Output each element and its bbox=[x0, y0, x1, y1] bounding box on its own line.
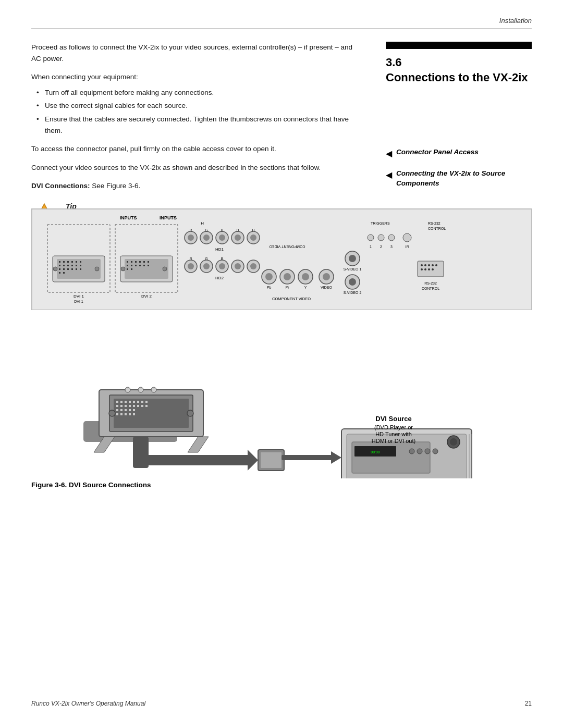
svg-point-66 bbox=[250, 235, 256, 241]
svg-point-57 bbox=[203, 235, 210, 241]
arrow-icon-2: ◀ bbox=[386, 170, 392, 180]
svg-rect-19 bbox=[80, 265, 81, 266]
svg-rect-45 bbox=[143, 265, 145, 266]
svg-point-119 bbox=[421, 268, 423, 270]
section-heading: 3.6 Connections to the VX-2ix bbox=[386, 55, 532, 85]
svg-text:TRIGGERS: TRIGGERS bbox=[371, 221, 390, 225]
svg-text:G: G bbox=[205, 228, 207, 232]
svg-text:Pb: Pb bbox=[267, 286, 272, 289]
svg-rect-148 bbox=[125, 409, 127, 411]
svg-point-175 bbox=[433, 449, 438, 454]
svg-point-105 bbox=[378, 235, 384, 241]
svg-point-63 bbox=[235, 235, 241, 241]
svg-rect-138 bbox=[116, 405, 118, 407]
header-section-label: Installation bbox=[499, 17, 532, 24]
svg-point-84 bbox=[265, 273, 273, 280]
svg-text:CONTROL: CONTROL bbox=[422, 287, 439, 290]
intro-paragraph: Proceed as follows to connect the VX-2ix… bbox=[31, 42, 354, 64]
svg-text:HD1: HD1 bbox=[215, 247, 224, 252]
svg-marker-159 bbox=[188, 437, 209, 452]
dvi-connection-diagram: 00:00 DVI Source (DVD Player or bbox=[31, 317, 532, 478]
svg-rect-46 bbox=[148, 265, 149, 266]
svg-rect-135 bbox=[137, 401, 139, 403]
right-sidebar: 3.6 Connections to the VX-2ix ◀ Connecto… bbox=[386, 42, 532, 199]
svg-rect-141 bbox=[129, 405, 131, 407]
svg-rect-40 bbox=[148, 261, 149, 263]
svg-rect-26 bbox=[59, 272, 60, 274]
bullet-item-2: Use the correct signal cables for each s… bbox=[36, 100, 354, 112]
svg-point-186 bbox=[138, 387, 143, 392]
svg-text:DVI 1: DVI 1 bbox=[74, 294, 84, 299]
page-container: Installation Proceed as follows to conne… bbox=[0, 0, 563, 728]
svg-point-81 bbox=[250, 263, 256, 269]
svg-text:2: 2 bbox=[380, 245, 382, 249]
svg-text:DVI Source: DVI Source bbox=[375, 415, 411, 423]
svg-point-117 bbox=[432, 264, 434, 266]
svg-text:G: G bbox=[205, 257, 207, 261]
svg-text:DVI 1: DVI 1 bbox=[74, 300, 83, 303]
svg-point-100 bbox=[349, 278, 356, 286]
svg-rect-48 bbox=[131, 268, 132, 270]
svg-point-172 bbox=[409, 449, 414, 454]
svg-point-76 bbox=[219, 263, 225, 269]
svg-point-178 bbox=[450, 438, 457, 446]
section-title: Connections to the VX-2ix bbox=[386, 71, 528, 84]
svg-rect-43 bbox=[135, 265, 137, 266]
svg-rect-47 bbox=[127, 268, 128, 270]
svg-rect-18 bbox=[76, 265, 77, 266]
svg-point-103 bbox=[368, 235, 374, 241]
svg-text:COMPONENT VIDEO: COMPONENT VIDEO bbox=[272, 297, 311, 301]
svg-text:IR: IR bbox=[406, 245, 409, 249]
svg-rect-24 bbox=[76, 268, 77, 270]
svg-point-120 bbox=[424, 268, 426, 270]
svg-rect-8 bbox=[59, 261, 60, 263]
sidebar-label-connecting-vx: Connecting the VX-2ix to Source Componen… bbox=[396, 169, 532, 189]
svg-rect-147 bbox=[120, 409, 123, 411]
figure-caption: Figure 3-6. DVI Source Connections bbox=[31, 481, 532, 489]
svg-point-174 bbox=[425, 449, 430, 454]
svg-rect-42 bbox=[131, 265, 132, 266]
svg-text:COMPONENT VIDEO: COMPONENT VIDEO bbox=[269, 245, 305, 249]
svg-point-90 bbox=[302, 273, 309, 280]
svg-rect-145 bbox=[145, 405, 148, 407]
svg-point-60 bbox=[219, 235, 225, 241]
svg-rect-21 bbox=[63, 268, 65, 270]
svg-rect-27 bbox=[63, 272, 65, 274]
svg-point-73 bbox=[203, 263, 210, 269]
svg-text:S-VIDEO 2: S-VIDEO 2 bbox=[344, 291, 362, 294]
sidebar-nav-connecting-vx[interactable]: ◀ Connecting the VX-2ix to Source Compon… bbox=[386, 169, 532, 189]
svg-point-109 bbox=[403, 233, 411, 242]
svg-rect-143 bbox=[137, 405, 139, 407]
svg-rect-22 bbox=[67, 268, 69, 270]
svg-text:00:00: 00:00 bbox=[371, 450, 380, 454]
svg-rect-44 bbox=[139, 265, 141, 266]
svg-text:H: H bbox=[201, 221, 204, 226]
bullet-item-1: Turn off all equipment before making any… bbox=[36, 87, 354, 98]
svg-point-156 bbox=[109, 410, 115, 416]
svg-text:R: R bbox=[189, 228, 192, 232]
svg-point-79 bbox=[235, 263, 241, 269]
svg-rect-164 bbox=[261, 452, 282, 468]
svg-rect-137 bbox=[145, 401, 148, 403]
svg-point-121 bbox=[428, 268, 430, 270]
svg-rect-13 bbox=[80, 261, 81, 263]
sidebar-label-connector-panel: Connector Panel Access bbox=[396, 147, 479, 157]
svg-rect-15 bbox=[63, 265, 65, 266]
svg-rect-151 bbox=[116, 413, 118, 415]
svg-rect-12 bbox=[76, 261, 77, 263]
svg-point-114 bbox=[421, 264, 423, 266]
svg-text:B: B bbox=[221, 257, 224, 261]
sidebar-nav-connector-panel[interactable]: ◀ Connector Panel Access bbox=[386, 147, 532, 158]
svg-rect-155 bbox=[133, 413, 135, 415]
svg-text:HD Tuner with: HD Tuner with bbox=[375, 431, 412, 437]
svg-text:H: H bbox=[252, 228, 254, 232]
svg-rect-139 bbox=[120, 405, 123, 407]
when-connecting-label: When connecting your equipment: bbox=[31, 71, 354, 83]
svg-rect-161 bbox=[146, 455, 250, 465]
svg-text:INPUTS: INPUTS bbox=[119, 215, 137, 220]
bullet-item-3: Ensure that the cables are securely conn… bbox=[36, 114, 354, 136]
svg-text:(DVD Player or: (DVD Player or bbox=[374, 424, 413, 430]
svg-text:HD2: HD2 bbox=[215, 276, 224, 280]
svg-rect-36 bbox=[131, 261, 132, 263]
svg-text:D: D bbox=[236, 228, 239, 232]
